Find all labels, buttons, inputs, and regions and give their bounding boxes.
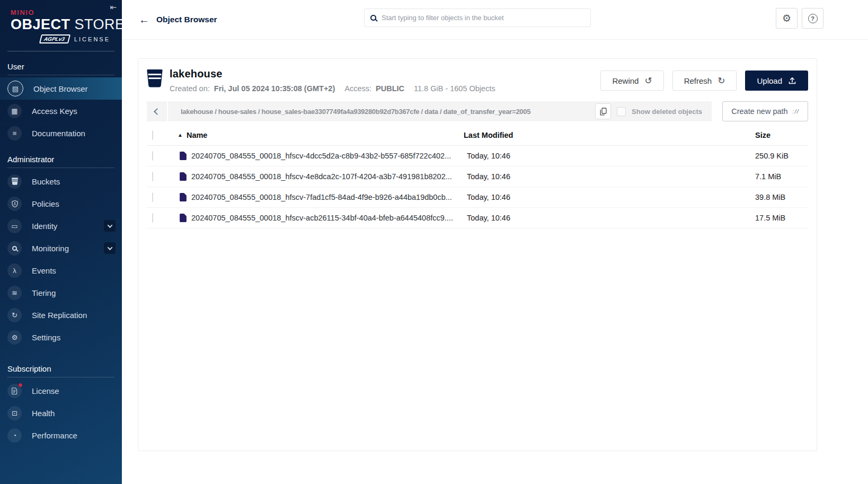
copy-path-button[interactable] bbox=[595, 103, 611, 119]
file-icon bbox=[180, 193, 187, 201]
topbar-actions: ⚙ ? bbox=[776, 8, 823, 29]
health-icon: ⊡ bbox=[7, 406, 22, 420]
sidebar-section-user: User ▤ Object Browser ▦ Access Keys ≡ Do… bbox=[0, 62, 122, 144]
row-checkbox[interactable] bbox=[152, 151, 153, 161]
rewind-button[interactable]: Rewind ↺ bbox=[600, 71, 663, 91]
monitoring-icon bbox=[7, 241, 22, 256]
upload-button[interactable]: Upload bbox=[745, 71, 808, 91]
browse-bar: lakehouse / house-sales / house_sales-ba… bbox=[147, 101, 808, 121]
gear-icon: ⚙ bbox=[782, 13, 791, 23]
select-all-checkbox[interactable] bbox=[152, 130, 153, 140]
row-checkbox[interactable] bbox=[152, 192, 153, 202]
topbar: ← Object Browser ⚙ ? bbox=[122, 0, 868, 40]
buckets-icon bbox=[7, 174, 22, 189]
sidebar-item-site-replication[interactable]: ↻ Site Replication bbox=[0, 304, 122, 326]
bucket-meta: Created on: Fri, Jul 05 2024 10:35:08 (G… bbox=[170, 84, 495, 93]
table-row[interactable]: 20240705_084555_00018_hfscv-4e8dca2c-107… bbox=[147, 166, 808, 187]
sidebar-section-subscription: Subscription License ⊡ Health ◔ Performa… bbox=[0, 364, 122, 446]
bucket-info: lakehouse Created on: Fri, Jul 05 2024 1… bbox=[170, 68, 495, 93]
events-icon: λ bbox=[7, 263, 22, 278]
content-area: lakehouse Created on: Fri, Jul 05 2024 1… bbox=[122, 40, 868, 484]
sidebar-item-performance[interactable]: ◔ Performance bbox=[0, 424, 122, 446]
settings-icon: ⚙ bbox=[7, 330, 22, 345]
performance-icon: ◔ bbox=[7, 428, 22, 443]
bucket-actions: Rewind ↺ Refresh ↻ Upload bbox=[600, 68, 808, 91]
breadcrumb-path[interactable]: lakehouse / house-sales / house_sales-ba… bbox=[181, 108, 589, 116]
access-value: PUBLIC bbox=[376, 84, 404, 93]
site-replication-icon: ↻ bbox=[7, 308, 22, 322]
file-icon bbox=[180, 152, 187, 160]
rewind-icon: ↺ bbox=[644, 76, 652, 85]
sidebar-item-access-keys[interactable]: ▦ Access Keys bbox=[0, 100, 122, 122]
object-name: 20240705_084555_00018_hfscv-acb26115-34b… bbox=[191, 214, 453, 222]
sidebar-item-settings[interactable]: ⚙ Settings bbox=[0, 326, 122, 348]
sidebar-item-object-browser[interactable]: ▤ Object Browser bbox=[0, 77, 122, 100]
path-back-button[interactable] bbox=[147, 101, 168, 121]
file-icon bbox=[180, 172, 187, 181]
back-arrow-icon[interactable]: ← bbox=[139, 14, 149, 25]
object-name: 20240705_084555_00018_hfscv-7fad1cf5-84a… bbox=[191, 193, 452, 201]
created-value: Fri, Jul 05 2024 10:35:08 (GMT+2) bbox=[214, 84, 335, 93]
sidebar-item-license[interactable]: License bbox=[0, 380, 122, 402]
agpl-badge-icon: AGPLv3 bbox=[39, 34, 70, 43]
main-area: ← Object Browser ⚙ ? lakehouse Created o… bbox=[122, 0, 868, 484]
help-icon: ? bbox=[808, 14, 818, 23]
sidebar-item-health[interactable]: ⊡ Health bbox=[0, 402, 122, 424]
table-row[interactable]: 20240705_084555_00018_hfscv-7fad1cf5-84a… bbox=[147, 187, 808, 208]
sidebar-item-policies[interactable]: Policies bbox=[0, 192, 122, 215]
path-icon: :// bbox=[793, 108, 799, 115]
bucket-panel: lakehouse Created on: Fri, Jul 05 2024 1… bbox=[138, 58, 817, 451]
table-header: ▲ Name Last Modified Size bbox=[147, 125, 808, 146]
sidebar-item-tiering[interactable]: ≋ Tiering bbox=[0, 281, 122, 304]
notification-dot bbox=[18, 383, 23, 388]
table-row[interactable]: 20240705_084555_00018_hfscv-4dcc5d2a-c8b… bbox=[147, 146, 808, 166]
object-modified: Today, 10:46 bbox=[464, 172, 755, 181]
breadcrumb: lakehouse / house-sales / house_sales-ba… bbox=[168, 101, 712, 121]
identity-icon: ▭ bbox=[7, 219, 22, 233]
chevron-down-icon[interactable] bbox=[104, 220, 116, 232]
sidebar-item-monitoring[interactable]: Monitoring bbox=[0, 237, 122, 259]
help-button[interactable]: ? bbox=[802, 8, 823, 29]
minio-wordmark: MINIO bbox=[11, 8, 111, 16]
upload-icon bbox=[788, 76, 796, 85]
sidebar-item-documentation[interactable]: ≡ Documentation bbox=[0, 122, 122, 144]
sort-asc-icon[interactable]: ▲ bbox=[178, 132, 183, 138]
sidebar: ⇤ MINIO OBJECT STORE AGPLv3 LICENSE User… bbox=[0, 0, 122, 484]
row-checkbox[interactable] bbox=[152, 213, 153, 223]
policies-icon bbox=[7, 197, 22, 211]
page-title: Object Browser bbox=[156, 15, 217, 24]
access-keys-icon: ▦ bbox=[7, 104, 22, 118]
chevron-left-icon bbox=[154, 108, 161, 115]
object-browser-icon: ▤ bbox=[7, 81, 23, 96]
minio-logo: MINIO OBJECT STORE AGPLv3 LICENSE bbox=[0, 0, 122, 43]
bucket-header: lakehouse Created on: Fri, Jul 05 2024 1… bbox=[138, 59, 817, 100]
object-size: 250.9 KiB bbox=[755, 152, 808, 160]
show-deleted-label: Show deleted objects bbox=[632, 108, 706, 116]
row-checkbox[interactable] bbox=[152, 172, 153, 181]
search-box bbox=[364, 8, 591, 27]
column-last-modified[interactable]: Last Modified bbox=[464, 131, 755, 139]
bucket-usage: 11.8 GiB - 1605 Objects bbox=[414, 84, 495, 93]
column-size[interactable]: Size bbox=[755, 131, 808, 139]
object-size: 7.1 MiB bbox=[755, 172, 808, 181]
column-name[interactable]: ▲ Name bbox=[170, 131, 464, 139]
sidebar-item-identity[interactable]: ▭ Identity bbox=[0, 215, 122, 237]
logo-divider bbox=[7, 51, 114, 51]
show-deleted-checkbox[interactable] bbox=[617, 107, 626, 116]
copy-icon bbox=[600, 108, 607, 116]
file-icon bbox=[180, 214, 187, 222]
refresh-icon: ↻ bbox=[718, 76, 725, 85]
documentation-icon: ≡ bbox=[7, 126, 22, 140]
search-input[interactable] bbox=[382, 14, 584, 22]
sidebar-item-buckets[interactable]: Buckets bbox=[0, 170, 122, 192]
product-name: OBJECT STORE bbox=[11, 16, 111, 33]
table-row[interactable]: 20240705_084555_00018_hfscv-acb26115-34b… bbox=[147, 208, 808, 228]
settings-button[interactable]: ⚙ bbox=[776, 8, 798, 29]
create-new-path-button[interactable]: Create new path :// bbox=[722, 101, 808, 121]
refresh-button[interactable]: Refresh ↻ bbox=[672, 71, 737, 91]
sidebar-collapse-icon[interactable]: ⇤ bbox=[110, 3, 117, 12]
object-name: 20240705_084555_00018_hfscv-4e8dca2c-107… bbox=[191, 172, 452, 181]
bucket-icon bbox=[147, 69, 163, 87]
chevron-down-icon[interactable] bbox=[104, 242, 116, 254]
sidebar-item-events[interactable]: λ Events bbox=[0, 259, 122, 281]
